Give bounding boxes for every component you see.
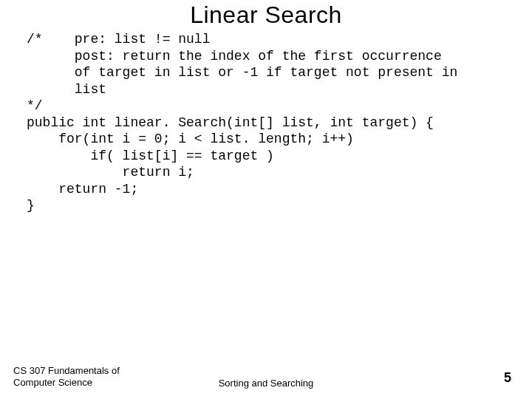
slide-title: Linear Search <box>0 1 532 29</box>
page-number: 5 <box>504 370 511 386</box>
slide: Linear Search /* pre: list != null post:… <box>0 0 532 399</box>
code-block: /* pre: list != null post: return the in… <box>27 31 517 214</box>
footer-topic: Sorting and Searching <box>0 378 532 389</box>
